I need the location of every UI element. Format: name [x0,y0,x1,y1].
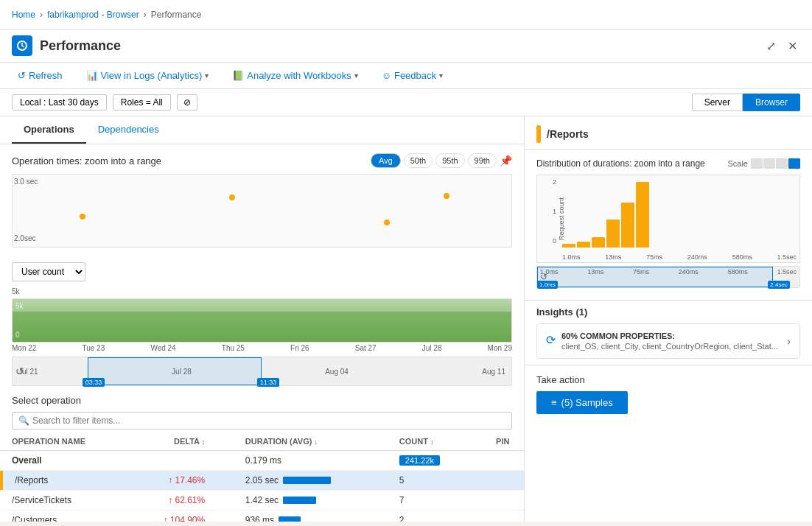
right-panel-header: /Reports [525,116,812,150]
timeline-chart[interactable]: 5k 0 [12,298,512,343]
refresh-button[interactable]: ↺ Refresh [12,67,69,84]
table-row[interactable]: /ServiceTickets ↑ 62.61% 1.42 sec 7 [0,491,524,511]
server-button[interactable]: Server [692,94,743,111]
breadcrumb-home[interactable]: Home [12,10,35,20]
duration-bar-fill [283,477,331,484]
tab-operations[interactable]: Operations [12,116,86,144]
insight-card[interactable]: ⟳ 60% COMMON PROPERTIES: client_OS, clie… [536,323,800,359]
insight-card-title: 60% COMMON PROPERTIES: [561,332,781,340]
analyze-workbooks-button[interactable]: 📗 Analyze with Workbooks ▾ [226,67,363,84]
left-panel: Operations Dependencies Operation times:… [0,116,525,522]
insights-section: Insights (1) ⟳ 60% COMMON PROPERTIES: cl… [525,300,812,365]
page-title: Performance [40,38,121,54]
close-button[interactable]: ✕ [785,36,800,56]
op-count-reports: 5 [399,475,405,485]
p50-button[interactable]: 50th [404,153,433,168]
op-count-servicetickets: 7 [399,495,405,505]
op-count-customers: 2 [399,515,405,522]
feedback-button[interactable]: ☺ Feedback ▾ [376,67,449,84]
search-box: 🔍 [12,412,512,429]
search-icon: 🔍 [18,415,29,426]
dist-bars-area [559,178,799,248]
operations-table: OPERATION NAME DELTA ↕ DURATION (AVG) ↓ … [0,432,524,522]
tab-dependencies[interactable]: Dependencies [86,116,171,144]
breadcrumb-current: Performance [151,10,202,20]
dist-title: Distribution of durations: zoom into a r… [536,158,705,169]
selected-indicator [0,471,3,490]
scatter-plot [13,175,511,247]
col-spacer1 [211,432,234,451]
col-spacer2 [365,432,388,451]
expand-button[interactable]: ⤢ [763,36,779,56]
select-operation-label: Select operation [0,389,524,409]
table-row[interactable]: /Reports ↑ 17.46% 2.05 sec 5 [0,471,524,491]
table-row[interactable]: Overall 0.179 ms 241.22k [0,451,524,471]
col-count: COUNT ↕ [388,432,462,451]
op-name-customers: /Customers [12,515,57,522]
scatter-dot [384,220,390,225]
op-count-overall: 241.22k [399,455,440,466]
refresh-range-icon[interactable]: ↺ [15,365,24,377]
samples-icon: ≡ [551,397,557,408]
take-action-section: Take action ≡ (5) Samples [525,365,812,423]
col-delta: DELTA ↕ [136,432,211,451]
distribution-chart[interactable]: 2 1 0 Request count 1.0ms 13ms 75ms [536,175,800,263]
scale-bar-1[interactable] [751,158,763,169]
main-content: Operations Dependencies Operation times:… [0,116,812,522]
breadcrumb-fabrikam[interactable]: fabrikamprod - Browser [47,10,139,20]
user-count-dropdown[interactable]: User count [12,262,85,281]
server-browser-toggle: Server Browser [692,94,800,111]
scale-bars[interactable] [751,158,800,169]
scale-bar-4[interactable] [788,158,800,169]
analyze-icon: 📗 [232,70,244,81]
view-logs-button[interactable]: 📊 View in Logs (Analytics) ▾ [80,67,215,84]
scatter-chart[interactable]: 3.0 sec 2.0sec [12,174,512,248]
title-bar: Performance ⤢ ✕ [0,29,812,63]
dist-bar [592,237,605,248]
time-filter-pill[interactable]: Local : Last 30 days [12,94,107,111]
op-name-overall: Overall [12,455,42,466]
toolbar: ↺ Refresh 📊 View in Logs (Analytics) ▾ 📗… [0,63,812,89]
col-spacer3 [462,432,485,451]
dist-range-selection [537,267,773,287]
op-delta-reports: ↑ 17.46% [168,475,205,485]
col-pin: PIN [484,432,524,451]
right-panel-title: /Reports [547,128,589,140]
table-row[interactable]: /Customers ↑ 104.90% 936 ms 2 [0,511,524,522]
samples-button[interactable]: ≡ (5) Samples [536,391,628,414]
dist-range[interactable]: 1.0ms 13ms 75ms 240ms 580ms 1.5sec 1.0ms… [536,266,800,288]
scatter-dot [80,214,85,220]
dist-y-axis: 2 1 0 [537,175,559,248]
op-name-reports: /Reports [15,475,48,485]
p95-button[interactable]: 95th [435,153,464,168]
avg-button[interactable]: Avg [371,153,401,168]
roles-filter-pill[interactable]: Roles = All [113,94,171,111]
right-panel: /Reports Distribution of durations: zoom… [525,116,812,522]
logs-caret-icon: ▾ [205,71,209,80]
scale-toggle: Scale [727,158,800,169]
duration-bar-servicetickets: 1.42 sec [245,495,360,505]
search-input[interactable] [32,415,505,426]
op-delta-servicetickets: ↑ 62.61% [168,495,205,505]
range-marker-left: 03:33 [83,378,105,387]
duration-bar-fill [283,497,316,504]
chart-section: Operation times: zoom into a range Avg 5… [0,144,524,256]
duration-bar-fill [279,516,301,522]
filter-bar: Local : Last 30 days Roles = All ⊘ Serve… [0,89,812,116]
dist-bar [621,203,634,248]
p99-button[interactable]: 99th [468,153,497,168]
scale-bar-2[interactable] [763,158,775,169]
duration-bar-reports: 2.05 sec [245,475,360,485]
pin-button[interactable]: 📌 [500,155,512,166]
dist-bar [577,242,590,248]
scale-bar-3[interactable] [776,158,788,169]
filter-icon-button[interactable]: ⊘ [177,94,197,111]
browser-button[interactable]: Browser [743,94,800,111]
dist-bar [562,244,575,248]
range-selector[interactable]: Jul 21 Jul 28 Aug 04 Aug 11 03:33 11:33 … [12,357,512,386]
user-count-section: User count [12,262,512,281]
insight-icon: ⟳ [546,333,556,347]
dist-range-refresh-icon[interactable]: ↺ [540,272,547,282]
breadcrumb-bar: Home › fabrikamprod - Browser › Performa… [0,0,812,29]
dist-bar [606,220,620,248]
